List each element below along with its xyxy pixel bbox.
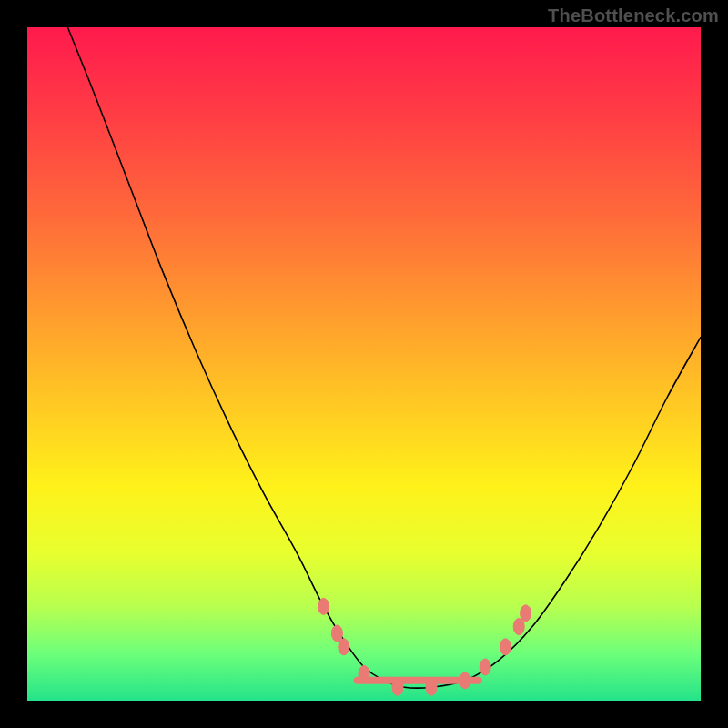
marker-dot [318,598,329,614]
chart-frame: TheBottleneck.com [0,0,728,728]
marker-dot [359,665,369,682]
marker-dot [460,672,470,689]
marker-dot [513,619,524,635]
watermark-text: TheBottleneck.com [548,5,719,26]
bottleneck-curve [67,27,701,688]
curve-layer [27,27,701,701]
marker-dot [392,679,403,695]
marker-dot [331,625,342,642]
marker-dot [480,659,490,675]
marker-dot [521,605,531,622]
marker-dot [426,679,437,695]
plot-area [27,27,701,701]
marker-dot [339,639,349,655]
marker-dot [500,639,511,655]
